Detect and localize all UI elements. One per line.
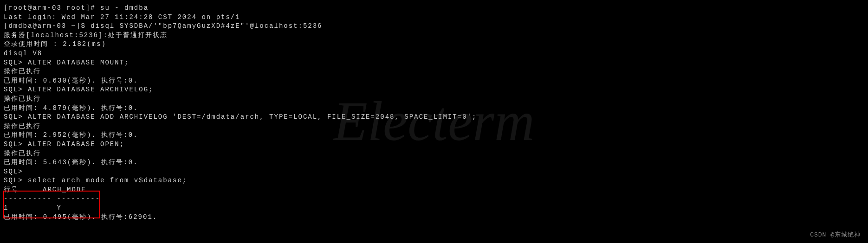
sql-archivelog: SQL> ALTER DATABASE ARCHIVELOG; — [4, 85, 864, 95]
result-header: 行号 ARCH_MODE — [4, 185, 864, 195]
result-divider: ---------- --------- — [4, 194, 864, 204]
exec-time: 已用时间: 0.495(毫秒). 执行号:62901. — [4, 213, 864, 222]
version-info: disql V8 — [4, 49, 864, 58]
result-row: 1 Y — [4, 204, 864, 213]
exec-time: 已用时间: 2.952(毫秒). 执行号:0. — [4, 131, 864, 140]
exec-result: 操作已执行 — [4, 95, 864, 104]
sql-open: SQL> ALTER DATABASE OPEN; — [4, 140, 864, 149]
prompt-line: [root@arm-03 root]# su - dmdba — [4, 4, 864, 13]
exec-time: 已用时间: 0.630(毫秒). 执行号:0. — [4, 77, 864, 86]
terminal-output[interactable]: [root@arm-03 root]# su - dmdba Last logi… — [4, 4, 864, 222]
sql-prompt: SQL> — [4, 167, 864, 177]
server-status: 服务器[localhost:5236]:处于普通打开状态 — [4, 31, 864, 40]
sql-mount: SQL> ALTER DATABASE MOUNT; — [4, 58, 864, 68]
sql-add-archivelog: SQL> ALTER DATABASE ADD ARCHIVELOG 'DEST… — [4, 113, 864, 122]
exec-result: 操作已执行 — [4, 67, 864, 77]
exec-result: 操作已执行 — [4, 122, 864, 131]
disql-command: [dmdba@arm-03 ~]$ disql SYSDBA/'"bp7Qamy… — [4, 22, 864, 31]
attribution-text: CSDN @东城绝神 — [810, 231, 861, 239]
login-info: Last login: Wed Mar 27 11:24:28 CST 2024… — [4, 13, 864, 22]
exec-time: 已用时间: 4.879(毫秒). 执行号:0. — [4, 104, 864, 113]
exec-time: 已用时间: 5.643(毫秒). 执行号:0. — [4, 158, 864, 167]
sql-select: SQL> select arch_mode from v$database; — [4, 176, 864, 185]
login-time: 登录使用时间 : 2.182(ms) — [4, 40, 864, 49]
exec-result: 操作已执行 — [4, 149, 864, 159]
